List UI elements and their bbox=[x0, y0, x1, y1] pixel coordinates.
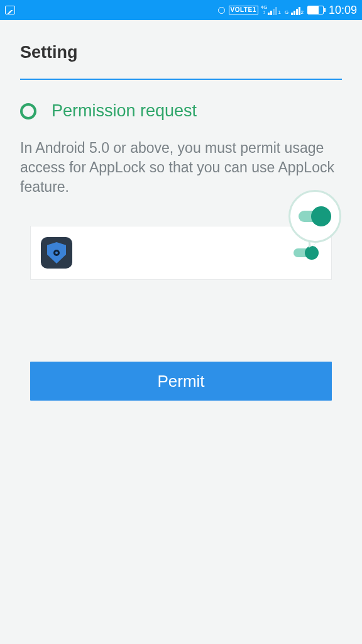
status-right: VOLTE1 4G ↕ 1 4G G 2 10:09 bbox=[217, 4, 357, 17]
status-bar: VOLTE1 4G ↕ 1 4G G 2 10:09 bbox=[0, 0, 362, 20]
lock-icon bbox=[53, 250, 60, 256]
network-1: 4G ↕ 1 bbox=[261, 5, 281, 15]
arrows-icon: ↕ bbox=[263, 10, 265, 15]
clock-time: 10:09 bbox=[329, 4, 357, 17]
app-permission-card bbox=[30, 226, 332, 280]
circle-icon bbox=[20, 103, 36, 119]
sim2-num: 2 bbox=[301, 10, 304, 15]
signal-bars-2 bbox=[291, 6, 300, 15]
alarm-icon bbox=[217, 6, 226, 15]
permit-button[interactable]: Permit bbox=[30, 362, 332, 401]
image-notification-icon bbox=[5, 6, 15, 14]
signal-bars-1 bbox=[268, 6, 277, 15]
main-content: Setting Permission request In Android 5.… bbox=[0, 20, 362, 401]
sim1-num: 1 bbox=[278, 10, 280, 15]
toggle-hint-bubble bbox=[288, 190, 346, 248]
permission-description: In Android 5.0 or above, you must permit… bbox=[20, 138, 342, 197]
network-2: 4G G 2 bbox=[283, 5, 304, 15]
sim2-g: G bbox=[285, 10, 288, 15]
applock-app-icon bbox=[41, 237, 72, 269]
permission-section-header: Permission request bbox=[20, 101, 342, 121]
permission-title: Permission request bbox=[52, 101, 197, 121]
page-title: Setting bbox=[20, 43, 342, 80]
toggle-hint-icon bbox=[299, 206, 331, 226]
status-left bbox=[5, 6, 15, 14]
battery-icon bbox=[307, 6, 324, 14]
shield-icon bbox=[47, 242, 66, 264]
volte-badge: VOLTE1 bbox=[229, 6, 258, 14]
